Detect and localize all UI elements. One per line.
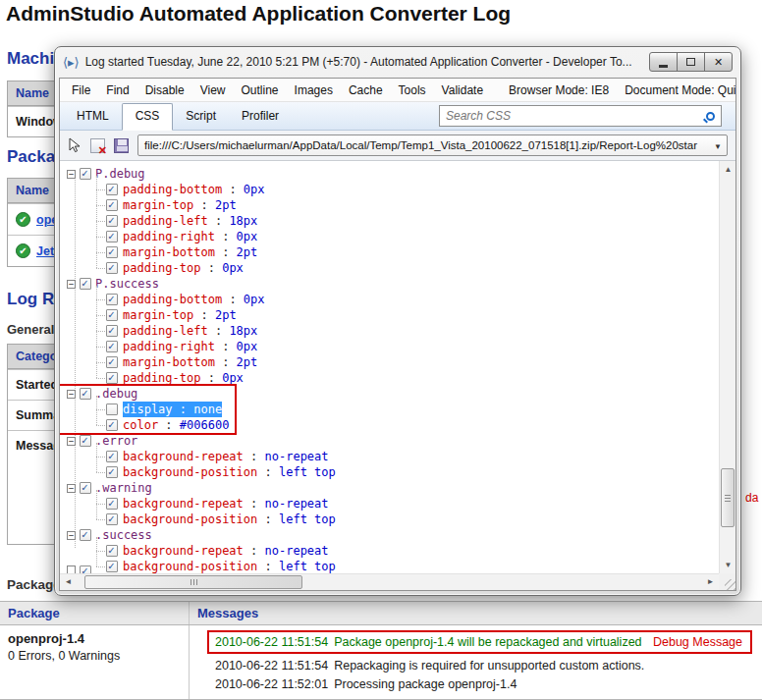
css-property-row[interactable]: background-position : left top bbox=[67, 512, 336, 527]
tree-expander-icon[interactable]: − bbox=[67, 280, 76, 289]
tab-html[interactable]: HTML bbox=[64, 104, 122, 130]
checkbox-checked[interactable] bbox=[106, 372, 118, 384]
checkbox-checked[interactable] bbox=[106, 419, 118, 431]
css-property-row[interactable]: display : none bbox=[67, 402, 229, 417]
window-titlebar[interactable]: ⟨▸⟩ Log started Tuesday, June 22, 2010 5… bbox=[55, 47, 740, 77]
css-property-row[interactable]: margin-top : 2pt bbox=[67, 197, 265, 213]
checkbox-checked[interactable] bbox=[80, 529, 91, 541]
scroll-left-icon[interactable]: ◄ bbox=[60, 574, 77, 591]
menu-item-disable[interactable]: Disable bbox=[137, 81, 192, 100]
resize-grip[interactable] bbox=[719, 573, 735, 590]
scroll-right-icon[interactable]: ► bbox=[702, 574, 719, 591]
css-property-row[interactable]: padding-left : 18px bbox=[67, 323, 265, 339]
vertical-scrollbar[interactable]: ▲ ▼ bbox=[719, 161, 735, 573]
tab-script[interactable]: Script bbox=[173, 104, 229, 130]
css-property-text: display : none bbox=[123, 402, 222, 417]
menu-item-outline[interactable]: Outline bbox=[234, 81, 287, 100]
checkbox-checked[interactable] bbox=[106, 466, 118, 478]
css-selector-row[interactable]: −.warning bbox=[67, 480, 336, 496]
maximize-button[interactable] bbox=[677, 52, 705, 72]
css-property-row[interactable]: padding-left : 18px bbox=[67, 213, 265, 229]
tree-expander-icon[interactable]: − bbox=[67, 437, 76, 446]
horizontal-scrollbar-thumb[interactable] bbox=[84, 575, 302, 589]
checkbox-checked[interactable] bbox=[106, 561, 118, 572]
scroll-up-icon[interactable]: ▲ bbox=[720, 161, 736, 178]
browser-mode-menu[interactable]: Browser Mode: IE8 bbox=[501, 81, 617, 100]
minimize-button[interactable] bbox=[649, 52, 678, 72]
css-selector-row[interactable]: −.error bbox=[67, 433, 336, 449]
checkbox-checked[interactable] bbox=[106, 545, 118, 557]
css-property-row[interactable]: background-position : left top bbox=[67, 559, 336, 573]
message-timestamp: 2010-06-22 11:51:54 bbox=[215, 635, 328, 649]
checkbox-checked[interactable] bbox=[106, 215, 118, 227]
checkbox-checked[interactable] bbox=[80, 565, 91, 573]
dropdown-arrow-icon: ▼ bbox=[714, 142, 722, 151]
css-property-row[interactable]: margin-bottom : 2pt bbox=[67, 244, 265, 260]
disable-css-icon[interactable] bbox=[90, 138, 105, 153]
stylesheet-selector-combobox[interactable]: file:///C:/Users/michaelurman/AppData/Lo… bbox=[137, 135, 728, 156]
css-property-row[interactable]: padding-bottom : 0px bbox=[67, 182, 265, 197]
css-property-row[interactable]: background-repeat : no-repeat bbox=[67, 449, 336, 464]
css-property-row[interactable]: color : #006600 bbox=[67, 417, 229, 433]
menu-item-tools[interactable]: Tools bbox=[391, 81, 434, 100]
tree-expander-icon[interactable]: − bbox=[67, 390, 76, 399]
tree-expander-icon[interactable] bbox=[67, 565, 76, 573]
css-property-row[interactable]: padding-top : 0px bbox=[67, 260, 265, 276]
checkbox-checked[interactable] bbox=[106, 309, 118, 321]
scroll-down-icon[interactable]: ▼ bbox=[720, 557, 736, 573]
tab-css[interactable]: CSS bbox=[122, 103, 174, 131]
menu-item-find[interactable]: Find bbox=[98, 81, 136, 100]
checkbox-checked[interactable] bbox=[106, 294, 118, 305]
search-input[interactable] bbox=[446, 109, 706, 123]
css-selector-row[interactable]: −.success bbox=[67, 527, 336, 543]
menu-item-images[interactable]: Images bbox=[287, 81, 341, 100]
select-element-cursor-icon[interactable] bbox=[68, 137, 82, 153]
checkbox-checked[interactable] bbox=[80, 168, 91, 180]
css-property-text: padding-top : 0px bbox=[123, 260, 244, 276]
css-property-row[interactable]: margin-bottom : 2pt bbox=[67, 354, 265, 370]
css-property-row[interactable]: padding-right : 0px bbox=[67, 229, 265, 244]
tree-expander-icon[interactable]: − bbox=[67, 170, 76, 179]
checkbox-checked[interactable] bbox=[106, 246, 118, 258]
document-mode-menu[interactable]: Document Mode: Quirks bbox=[617, 81, 736, 100]
close-button[interactable]: ✕ bbox=[704, 52, 733, 72]
menu-item-view[interactable]: View bbox=[192, 81, 234, 100]
horizontal-scrollbar[interactable]: ◄ ► bbox=[60, 573, 719, 590]
css-property-row[interactable]: background-repeat : no-repeat bbox=[67, 496, 336, 512]
vertical-scrollbar-thumb[interactable] bbox=[721, 468, 735, 527]
tree-expander-icon[interactable]: − bbox=[67, 531, 76, 540]
menu-item-validate[interactable]: Validate bbox=[434, 81, 491, 100]
css-selector-row[interactable]: −.debug bbox=[67, 386, 229, 402]
checkbox-unchecked[interactable] bbox=[106, 404, 118, 415]
checkbox-checked[interactable] bbox=[106, 341, 118, 352]
tree-expander-icon[interactable]: − bbox=[67, 484, 76, 493]
search-icon[interactable] bbox=[706, 112, 715, 121]
css-property-row[interactable]: background-repeat : no-repeat bbox=[67, 543, 336, 559]
checkbox-checked[interactable] bbox=[106, 513, 118, 525]
checkbox-checked[interactable] bbox=[106, 199, 118, 211]
checkbox-checked[interactable] bbox=[80, 388, 91, 400]
checkbox-checked[interactable] bbox=[106, 231, 118, 242]
css-property-row[interactable]: background-position : left top bbox=[67, 464, 336, 480]
checkbox-checked[interactable] bbox=[106, 451, 118, 462]
checkbox-checked[interactable] bbox=[80, 435, 91, 447]
checkbox-checked[interactable] bbox=[80, 278, 91, 290]
css-property-row[interactable]: padding-right : 0px bbox=[67, 339, 265, 354]
checkbox-checked[interactable] bbox=[106, 184, 118, 195]
clipped-tree-node bbox=[67, 565, 91, 573]
css-property-row[interactable]: margin-top : 2pt bbox=[67, 307, 265, 323]
checkbox-checked[interactable] bbox=[80, 482, 91, 494]
css-property-text: padding-right : 0px bbox=[123, 339, 257, 354]
css-property-list: background-repeat : no-repeatbackground-… bbox=[67, 449, 336, 480]
checkbox-checked[interactable] bbox=[106, 262, 118, 274]
checkbox-checked[interactable] bbox=[106, 498, 118, 510]
tab-profiler[interactable]: Profiler bbox=[229, 104, 292, 130]
message-timestamp: 2010-06-22 11:52:01 bbox=[215, 677, 328, 691]
checkbox-checked[interactable] bbox=[106, 325, 118, 337]
css-property-text: background-repeat : no-repeat bbox=[123, 496, 329, 512]
css-property-row[interactable]: padding-bottom : 0px bbox=[67, 292, 265, 307]
save-icon[interactable] bbox=[114, 138, 129, 153]
menu-item-cache[interactable]: Cache bbox=[341, 81, 391, 100]
menu-item-file[interactable]: File bbox=[64, 81, 98, 100]
checkbox-checked[interactable] bbox=[106, 356, 118, 368]
